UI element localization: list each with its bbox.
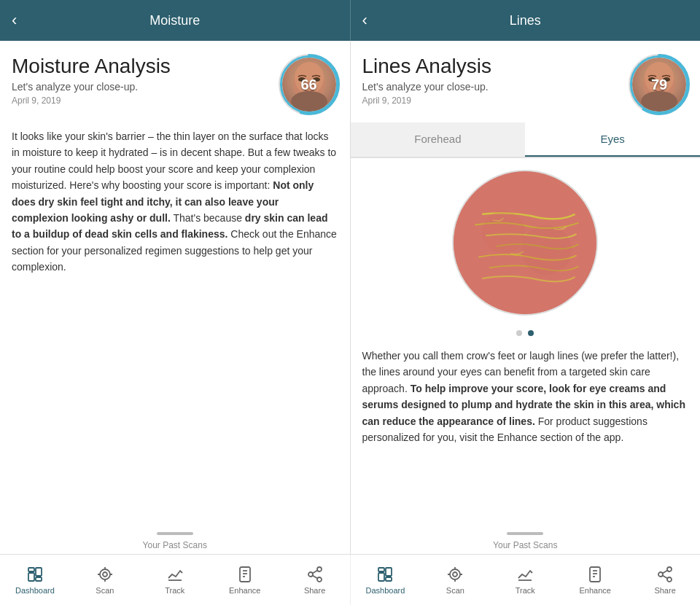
svg-rect-40 (378, 573, 384, 581)
svg-rect-41 (386, 568, 392, 576)
svg-point-22 (482, 211, 525, 254)
moisture-body: It looks like your skin's barrier – the … (0, 122, 350, 528)
moisture-panel: Moisture Analysis Let's analyze your clo… (0, 41, 351, 554)
nav-track-left-label: Track (165, 586, 184, 595)
back-button-right[interactable]: ‹ (362, 11, 368, 30)
scan-icon-right (446, 565, 464, 584)
svg-rect-26 (36, 568, 42, 576)
svg-point-9 (291, 91, 327, 112)
moisture-body-para1: It looks like your skin's barrier – the … (12, 128, 338, 276)
lines-skin-texture-svg (454, 170, 596, 316)
svg-point-43 (450, 569, 460, 579)
nav-dashboard-right[interactable]: Dashboard (351, 555, 421, 605)
bottom-nav-right: Dashboard Scan Track (351, 555, 701, 605)
track-icon-right (516, 565, 534, 584)
enhance-icon-left (236, 565, 254, 584)
share-icon-left (306, 565, 324, 584)
lines-analysis-subtitle: Let's analyze your close-up. (362, 81, 622, 93)
header-panel-left: ‹ Moisture (0, 0, 351, 41)
tab-forehead[interactable]: Forehead (351, 122, 526, 157)
svg-point-35 (308, 572, 313, 577)
svg-point-34 (317, 567, 322, 571)
header-panel-right: ‹ Lines (351, 0, 701, 41)
lines-skin-image-container (351, 158, 701, 327)
nav-scan-left-label: Scan (96, 586, 114, 595)
moisture-analysis-title: Moisture Analysis (12, 55, 271, 78)
lines-body-para1: Whether you call them crow's feet or lau… (362, 348, 689, 445)
svg-line-52 (663, 576, 668, 579)
lines-analysis-title: Lines Analysis (362, 55, 622, 78)
dot-2 (528, 330, 534, 336)
svg-point-23 (521, 225, 572, 276)
svg-point-49 (667, 567, 672, 571)
nav-track-right[interactable]: Track (490, 555, 560, 605)
bottom-nav: Dashboard Scan Track (0, 554, 700, 605)
moisture-analysis-date: April 9, 2019 (12, 95, 271, 106)
svg-line-53 (663, 571, 668, 574)
nav-dashboard-left-label: Dashboard (15, 586, 55, 595)
svg-point-50 (658, 572, 663, 577)
svg-point-44 (453, 572, 457, 577)
svg-line-38 (312, 571, 317, 574)
header-title-left: Moisture (149, 13, 200, 28)
lines-panel-top: Lines Analysis Let's analyze your close-… (351, 41, 701, 122)
lines-panel: Lines Analysis Let's analyze your close-… (351, 41, 701, 554)
svg-rect-30 (240, 567, 250, 582)
svg-rect-45 (590, 567, 600, 582)
nav-enhance-right-label: Enhance (579, 586, 610, 595)
lines-past-scans-label: Your Past Scans (493, 540, 557, 550)
svg-rect-25 (28, 573, 34, 581)
header-bar: ‹ Moisture ‹ Lines (0, 0, 700, 41)
nav-scan-right-label: Scan (446, 586, 464, 595)
svg-rect-42 (386, 577, 392, 581)
nav-track-right-label: Track (516, 586, 535, 595)
svg-rect-39 (378, 568, 384, 571)
moisture-past-scans-label: Your Past Scans (143, 540, 207, 550)
svg-point-51 (667, 577, 672, 582)
dashboard-icon-left (26, 565, 44, 584)
lines-score: 79 (651, 77, 667, 93)
nav-share-right[interactable]: Share (630, 555, 700, 605)
back-button-left[interactable]: ‹ (12, 11, 17, 30)
moisture-analysis-subtitle: Let's analyze your close-up. (12, 81, 271, 93)
nav-share-right-label: Share (654, 586, 675, 595)
bottom-nav-left: Dashboard Scan Track (0, 555, 351, 605)
moisture-past-scans-bar: Your Past Scans (0, 528, 350, 554)
moisture-avatar: 66 (280, 55, 338, 114)
svg-point-36 (317, 577, 322, 582)
lines-past-scans-handle (507, 532, 543, 535)
nav-share-left[interactable]: Share (280, 555, 350, 605)
nav-dashboard-left[interactable]: Dashboard (0, 555, 70, 605)
svg-point-28 (100, 569, 110, 579)
svg-point-29 (103, 572, 107, 577)
lines-avatar: 79 (630, 55, 688, 114)
track-icon-left (166, 565, 184, 584)
nav-scan-left[interactable]: Scan (70, 555, 140, 605)
lines-past-scans-bar: Your Past Scans (351, 528, 701, 554)
moisture-score: 66 (300, 77, 316, 93)
tab-eyes[interactable]: Eyes (525, 122, 700, 157)
nav-enhance-right[interactable]: Enhance (560, 555, 630, 605)
enhance-icon-right (586, 565, 604, 584)
dot-1 (516, 330, 522, 336)
nav-share-left-label: Share (304, 586, 325, 595)
lines-tabs: Forehead Eyes (351, 122, 701, 158)
svg-point-19 (641, 91, 677, 112)
svg-rect-27 (36, 577, 42, 581)
nav-track-left[interactable]: Track (140, 555, 210, 605)
svg-line-37 (312, 576, 317, 579)
lines-skin-image (452, 170, 598, 316)
svg-rect-24 (28, 568, 34, 571)
lines-title-section: Lines Analysis Let's analyze your close-… (362, 55, 622, 106)
header-title-right: Lines (510, 13, 541, 28)
moisture-panel-top: Moisture Analysis Let's analyze your clo… (0, 41, 350, 122)
nav-enhance-left-label: Enhance (229, 586, 260, 595)
scan-icon-left (96, 565, 114, 584)
nav-enhance-left[interactable]: Enhance (210, 555, 280, 605)
main-content: Moisture Analysis Let's analyze your clo… (0, 41, 700, 554)
lines-analysis-date: April 9, 2019 (362, 95, 622, 106)
nav-dashboard-right-label: Dashboard (366, 586, 405, 595)
dashboard-icon-right (376, 565, 394, 584)
nav-scan-right[interactable]: Scan (420, 555, 490, 605)
lines-body: Whether you call them crow's feet or lau… (351, 342, 701, 528)
